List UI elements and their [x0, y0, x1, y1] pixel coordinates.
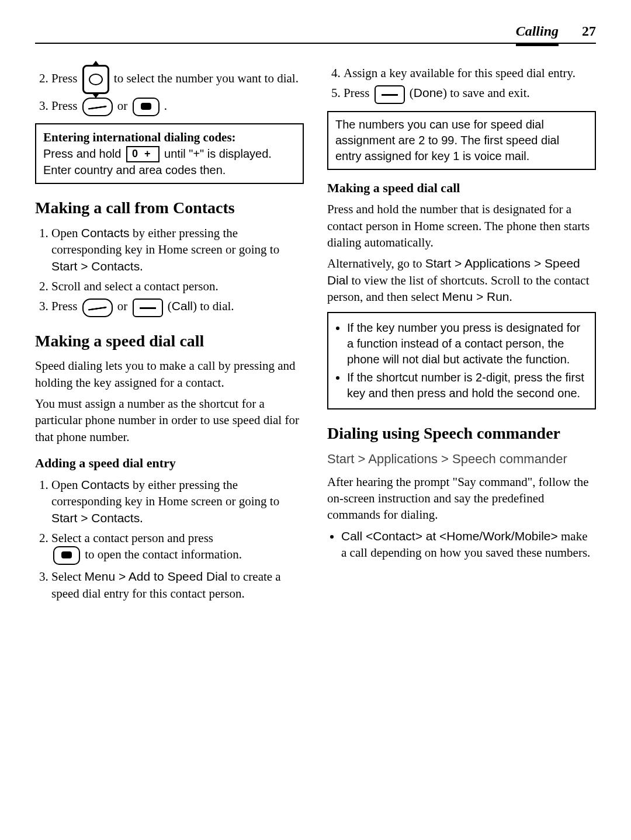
call-key-icon [82, 298, 113, 317]
paragraph: Press and hold the number that is design… [327, 201, 596, 251]
voice-command-list: Call <Contact> at <Home/Work/Mobile> mak… [327, 528, 596, 561]
intl-codes-note: Entering international dialing codes: Pr… [35, 123, 304, 184]
ui-label: Contacts [81, 226, 130, 239]
text: . [509, 290, 512, 304]
left-column: Press to select the number you want to d… [35, 61, 304, 605]
page-number: 27 [582, 23, 596, 39]
text: Alternatively, go to [327, 256, 425, 270]
text: ( [410, 86, 414, 100]
paragraph: Speed dialing lets you to make a call by… [35, 357, 304, 391]
note-text: The numbers you can use for speed dial a… [335, 118, 559, 162]
page-header: Calling 27 [35, 23, 596, 44]
step: Scroll and select a contact person. [51, 278, 304, 294]
text: Press [51, 71, 81, 85]
text: Open [51, 478, 81, 492]
paragraph: After hearing the prompt "Say command", … [327, 474, 596, 523]
text: Select [51, 570, 85, 584]
heading-contacts: Making a call from Contacts [35, 197, 304, 219]
text: . [164, 99, 167, 113]
text: to select the number you want to dial. [114, 71, 299, 85]
ui-path: Menu > Run [442, 290, 509, 303]
text: to open the contact information. [85, 547, 242, 561]
ui-path: Menu > Add to Speed Dial [85, 570, 228, 583]
contacts-steps: Open Contacts by either pressing the cor… [35, 225, 304, 317]
text: or [117, 299, 131, 313]
note-item: If the shortcut number is 2-digit, press… [347, 370, 588, 401]
speed-dial-range-note: The numbers you can use for speed dial a… [327, 111, 596, 170]
add-entry-steps-cont: Assign a key available for this speed di… [327, 65, 596, 104]
heading-speech-commander: Dialing using Speech commander [327, 422, 596, 445]
add-entry-steps: Open Contacts by either pressing the cor… [35, 477, 304, 602]
text: ) to save and exit. [443, 86, 530, 100]
ui-label: Done [414, 86, 443, 99]
right-column: Assign a key available for this speed di… [327, 61, 596, 605]
step-3: Press or . [51, 98, 304, 116]
text: Press [344, 86, 373, 100]
step: Select a contact person and press to ope… [51, 530, 304, 565]
step-2: Press to select the number you want to d… [51, 65, 304, 94]
text: Press [51, 299, 81, 313]
manual-page: Calling 27 Press to select the number yo… [0, 0, 631, 640]
nav-path: Start > Applications > Speech commander [327, 450, 596, 468]
step: Open Contacts by either pressing the cor… [51, 477, 304, 526]
step: Assign a key available for this speed di… [344, 65, 596, 81]
heading-speed-dial: Making a speed dial call [35, 330, 304, 352]
text: . [140, 511, 143, 525]
ui-label: Call [172, 299, 193, 313]
center-key-icon [133, 98, 160, 116]
step: Press or (Call) to dial. [51, 298, 304, 317]
note-title: Entering international dialing codes: [43, 129, 296, 145]
call-key-icon [82, 98, 113, 116]
step: Open Contacts by either pressing the cor… [51, 225, 304, 275]
center-key-icon [53, 546, 80, 565]
continued-steps: Press to select the number you want to d… [35, 65, 304, 116]
ui-label: Contacts [81, 478, 130, 491]
paragraph: Alternatively, go to Start > Application… [327, 255, 596, 305]
section-title: Calling [516, 23, 559, 39]
text: or [117, 99, 131, 113]
ui-path: Start > Contacts [51, 259, 140, 273]
speed-dial-tips-note: If the key number you press is designate… [327, 312, 596, 409]
ui-path: Start > Contacts [51, 511, 140, 525]
nav-key-icon [82, 65, 109, 94]
note-list: If the key number you press is designate… [335, 320, 588, 401]
voice-command-pattern: Call <Contact> at <Home/Work/Mobile> [341, 529, 558, 543]
text: . [140, 259, 143, 273]
text: ( [168, 299, 172, 313]
voice-command-item: Call <Contact> at <Home/Work/Mobile> mak… [341, 528, 596, 561]
paragraph: You must assign a number as the shortcut… [35, 395, 304, 445]
zero-plus-key-icon: 0 + [126, 146, 160, 162]
text: Open [51, 226, 81, 240]
subheading-making-speed-dial: Making a speed dial call [327, 179, 596, 197]
text: Press [51, 99, 81, 113]
softkey-icon [133, 298, 163, 317]
text: ) to dial. [193, 299, 234, 313]
subheading-add-entry: Adding a speed dial entry [35, 454, 304, 472]
two-column-layout: Press to select the number you want to d… [35, 61, 596, 605]
note-item: If the key number you press is designate… [347, 320, 588, 367]
text: Press and hold [43, 147, 124, 160]
step: Press (Done) to save and exit. [344, 85, 596, 103]
softkey-icon [375, 85, 405, 104]
step: Select Menu > Add to Speed Dial to creat… [51, 568, 304, 602]
text: Select a contact person and press [51, 531, 213, 545]
